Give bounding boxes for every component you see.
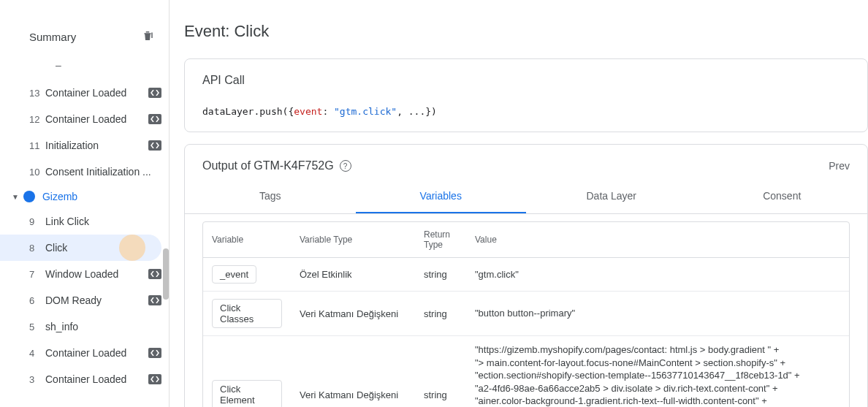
event-number: 11 — [29, 140, 45, 151]
table-row: Click ElementVeri Katmanı Değişkenistrin… — [203, 336, 849, 408]
column-header: Return Type — [415, 222, 466, 258]
account-name: Gizemb — [42, 191, 77, 202]
code-badge-icon — [148, 295, 161, 305]
api-call-card: API Call dataLayer.push({event: "gtm.cli… — [184, 58, 868, 132]
event-label: Initialization — [45, 140, 144, 151]
event-label: Window Loaded — [45, 268, 144, 280]
code-pre: dataLayer.push({ — [202, 106, 294, 117]
event-item[interactable]: 10Consent Initialization ... — [0, 159, 169, 185]
event-number: 7 — [29, 269, 45, 280]
output-card: Output of GTM-K4F752G ? Prev TagsVariabl… — [184, 144, 868, 407]
code-badge-icon — [148, 269, 161, 279]
api-call-header: API Call — [185, 59, 867, 99]
table-row: _eventÖzel Etkinlikstring"gtm.click" — [203, 258, 849, 292]
variable-value: "gtm.click" — [466, 258, 849, 292]
code-badge-icon — [148, 114, 161, 124]
variables-table: VariableVariable TypeReturn TypeValue _e… — [202, 221, 850, 407]
event-label: DOM Ready — [45, 294, 144, 306]
event-number: 12 — [29, 114, 45, 125]
event-item[interactable]: 7Window Loaded — [0, 261, 169, 287]
output-header: Output of GTM-K4F752G ? Prev — [185, 145, 867, 172]
column-header: Value — [466, 222, 849, 258]
event-item[interactable]: 8Click — [0, 235, 161, 261]
main-content: Event: Click API Call dataLayer.push({ev… — [170, 0, 868, 407]
event-item[interactable]: 3Container Loaded — [0, 366, 169, 392]
event-item[interactable]: 6DOM Ready — [0, 287, 169, 313]
code-badge-icon — [148, 374, 161, 384]
variable-chip[interactable]: Click Classes — [212, 299, 282, 328]
scrollbar-thumb[interactable] — [163, 248, 169, 300]
info-icon[interactable]: ? — [340, 160, 351, 172]
event-label: sh_info — [45, 321, 161, 332]
event-list-top: 13Container Loaded12Container Loaded11In… — [0, 80, 169, 185]
event-number: 8 — [29, 243, 45, 254]
ellipsis: – — [0, 59, 169, 71]
return-type: string — [415, 258, 466, 292]
code-colon: : — [322, 106, 334, 117]
prev-link[interactable]: Prev — [829, 160, 850, 172]
output-title: Output of GTM-K4F752G ? — [202, 159, 351, 172]
event-item[interactable]: 4Container Loaded — [0, 340, 169, 366]
variable-value: "button button--primary" — [466, 292, 849, 336]
event-number: 13 — [29, 88, 45, 99]
event-item[interactable]: 9Link Click — [0, 208, 169, 235]
code-badge-icon — [148, 88, 161, 98]
event-label: Consent Initialization ... — [45, 166, 161, 178]
event-number: 10 — [29, 167, 45, 178]
event-label: Link Click — [45, 216, 161, 227]
page-title: Event: Click — [184, 22, 868, 41]
code-val: "gtm.click" — [334, 106, 397, 117]
variable-value: "https://gizemb.myshopify.com/pages/cont… — [466, 336, 849, 408]
caret-down-icon: ▼ — [12, 193, 19, 201]
column-header: Variable Type — [291, 222, 415, 258]
event-label: Container Loaded — [45, 373, 144, 385]
output-title-text: Output of GTM-K4F752G — [202, 159, 334, 172]
event-label: Click — [45, 242, 154, 254]
return-type: string — [415, 336, 466, 408]
event-list-bottom: 9Link Click8Click7Window Loaded6DOM Read… — [0, 208, 169, 392]
event-label: Container Loaded — [45, 113, 144, 125]
event-label: Container Loaded — [45, 87, 144, 99]
event-item[interactable]: 13Container Loaded — [0, 80, 169, 106]
event-number: 3 — [29, 374, 45, 385]
trash-icon[interactable] — [141, 29, 154, 45]
variable-type: Özel Etkinlik — [291, 258, 415, 292]
variable-chip[interactable]: Click Element — [212, 380, 282, 407]
event-number: 6 — [29, 295, 45, 306]
tab-data layer[interactable]: Data Layer — [526, 180, 697, 213]
table-row: Click ClassesVeri Katmanı Değişkenistrin… — [203, 292, 849, 336]
tab-tags[interactable]: Tags — [185, 180, 356, 213]
code-post: , ...}) — [397, 106, 437, 117]
tabs: TagsVariablesData LayerConsent — [185, 180, 867, 214]
event-item[interactable]: 5sh_info — [0, 313, 169, 340]
column-header: Variable — [203, 222, 291, 258]
table-header-row: VariableVariable TypeReturn TypeValue — [203, 222, 849, 258]
table-body: _eventÖzel Etkinlikstring"gtm.click"Clic… — [203, 258, 849, 408]
tab-variables[interactable]: Variables — [356, 180, 527, 213]
account-row[interactable]: ▼ Gizemb — [0, 185, 169, 208]
svg-rect-0 — [151, 33, 153, 39]
return-type: string — [415, 292, 466, 336]
sidebar-header: Summary — [0, 29, 169, 45]
event-number: 4 — [29, 348, 45, 359]
variable-chip[interactable]: _event — [212, 265, 256, 284]
code-key: event — [294, 106, 322, 117]
event-number: 5 — [29, 322, 45, 332]
account-dot-icon — [23, 191, 35, 202]
event-item[interactable]: 12Container Loaded — [0, 106, 169, 132]
code-badge-icon — [148, 348, 161, 358]
tab-consent[interactable]: Consent — [697, 180, 868, 213]
variable-type: Veri Katmanı Değişkeni — [291, 336, 415, 408]
code-badge-icon — [148, 140, 161, 151]
event-label: Container Loaded — [45, 347, 144, 359]
variable-type: Veri Katmanı Değişkeni — [291, 292, 415, 336]
event-number: 9 — [29, 216, 45, 227]
summary-title: Summary — [29, 31, 76, 43]
sidebar: Summary – 13Container Loaded12Container … — [0, 0, 170, 407]
api-call-code: dataLayer.push({event: "gtm.click", ...}… — [185, 99, 867, 132]
event-item[interactable]: 11Initialization — [0, 132, 169, 159]
